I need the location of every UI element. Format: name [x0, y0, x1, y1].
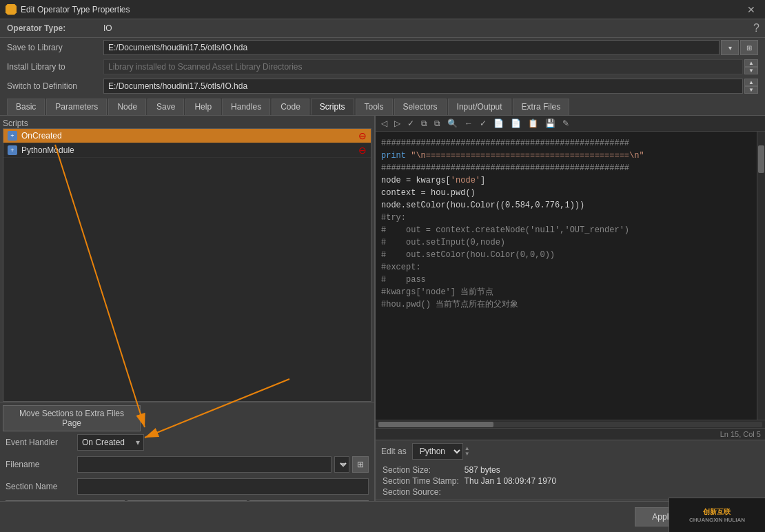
filename-row: Filename ⊞	[3, 453, 371, 475]
scrollbar-thumb	[758, 145, 764, 173]
logo-watermark: 创新互联 CHUANGXIN HULIAN	[669, 498, 765, 532]
switch-definition-down[interactable]: ▼	[744, 86, 758, 94]
commit-button[interactable]: ✓	[405, 117, 417, 130]
section-name-row: Section Name	[3, 475, 371, 498]
nav-back-button[interactable]: ←	[462, 117, 476, 130]
edit-button[interactable]: ✎	[560, 117, 572, 130]
filename-input[interactable]	[77, 456, 332, 473]
scripts-list[interactable]: +OnCreated⊖+PythonModule⊖	[3, 128, 371, 402]
tab-node[interactable]: Node	[108, 99, 146, 115]
switch-definition-row: Switch to Definition ▲ ▼	[0, 76, 765, 96]
right-panel: ◁ ▷ ✓ ⧉ ⧉ 🔍 ← ✓ 📄 📄 📋 💾 ✎ ##############…	[376, 116, 765, 522]
install-library-input	[103, 59, 743, 74]
left-panel: Scripts +OnCreated⊖+PythonModule⊖ Move S…	[0, 116, 376, 522]
script-remove-button[interactable]: ⊖	[358, 145, 367, 155]
size-label: Section Size:	[382, 465, 459, 475]
help-button[interactable]: ?	[753, 22, 759, 34]
save-to-library-browse[interactable]: ▾	[721, 40, 739, 55]
script-icon: +	[8, 145, 17, 155]
tab-extra files[interactable]: Extra Files	[513, 99, 570, 115]
tab-scripts[interactable]: Scripts	[311, 99, 354, 115]
copy-button[interactable]: ⧉	[418, 117, 430, 130]
code-editor[interactable]: ########################################…	[376, 132, 757, 420]
install-library-row: Install Library to ▲ ▼	[0, 57, 765, 76]
scrollbar-track	[378, 422, 762, 427]
search-button[interactable]: 🔍	[445, 117, 460, 130]
titlebar: Edit Operator Type Properties ✕	[0, 0, 765, 19]
paste-button[interactable]: ⧉	[431, 117, 443, 130]
tab-handles[interactable]: Handles	[222, 99, 270, 115]
save-to-library-row: Save to Library ▾ ⊞	[0, 38, 765, 57]
event-handler-row: Event Handler On Created On Loaded On Up…	[3, 431, 371, 453]
tab-save[interactable]: Save	[147, 99, 184, 115]
operator-type-value: IO	[103, 23, 112, 33]
script-item-oncreated[interactable]: +OnCreated⊖	[3, 129, 371, 143]
install-library-arrows: ▲ ▼	[744, 59, 758, 74]
filename-select[interactable]	[334, 456, 349, 473]
script-name: OnCreated	[21, 131, 356, 141]
filename-label: Filename	[6, 460, 74, 469]
install-library-down[interactable]: ▼	[744, 67, 758, 74]
redo-button[interactable]: ▷	[391, 117, 403, 130]
tab-basic[interactable]: Basic	[7, 99, 45, 115]
operator-type-row: Operator Type: IO ?	[0, 19, 765, 38]
save-to-library-label: Save to Library	[7, 43, 103, 52]
script-remove-button[interactable]: ⊖	[358, 131, 367, 141]
vertical-scrollbar[interactable]	[757, 132, 765, 420]
source-value	[465, 487, 758, 497]
timestamp-value: Thu Jan 1 08:09:47 1970	[465, 476, 758, 486]
edit-as-row: Edit as Python VEX HScript ▲ ▼	[376, 440, 765, 462]
section-name-label: Section Name	[6, 482, 74, 491]
section-info-grid: Section Size: 587 bytes Section Time Sta…	[376, 462, 765, 500]
edit-as-down-arrow[interactable]: ▼	[465, 451, 470, 457]
tab-input-output[interactable]: Input/Output	[448, 99, 511, 115]
script-icon: +	[8, 131, 17, 141]
tab-parameters[interactable]: Parameters	[46, 99, 107, 115]
switch-definition-input[interactable]	[103, 79, 743, 94]
save-button[interactable]: 💾	[542, 117, 558, 130]
install-library-label: Install Library to	[7, 62, 103, 72]
size-value: 587 bytes	[465, 465, 758, 475]
horizontal-scrollbar[interactable]	[376, 420, 765, 428]
script-name: PythonModule	[21, 145, 356, 155]
tab-selectors[interactable]: Selectors	[394, 99, 447, 115]
undo-button[interactable]: ◁	[378, 117, 390, 130]
footer: Apply Discard 创新互联 CHUANGXIN HULIAN	[0, 501, 765, 532]
tab-tools[interactable]: Tools	[356, 99, 393, 115]
source-label: Section Source:	[382, 487, 459, 497]
close-button[interactable]: ✕	[743, 3, 759, 17]
doc1-button[interactable]: 📄	[491, 117, 507, 130]
switch-definition-arrows: ▲ ▼	[744, 79, 758, 94]
scrollbar-h-thumb	[378, 422, 493, 427]
logo-text: 创新互联	[689, 507, 745, 517]
event-handler-select[interactable]: On Created On Loaded On Updated	[77, 434, 144, 451]
script-item-pythonmodule[interactable]: +PythonModule⊖	[3, 143, 371, 158]
save-to-library-input[interactable]	[103, 40, 720, 55]
edit-as-select-wrapper[interactable]: Python VEX HScript ▲ ▼	[412, 443, 470, 460]
save-to-library-action[interactable]: ⊞	[740, 40, 758, 55]
switch-definition-up[interactable]: ▲	[744, 79, 758, 86]
timestamp-label: Section Time Stamp:	[382, 476, 459, 486]
editor-toolbar: ◁ ▷ ✓ ⧉ ⧉ 🔍 ← ✓ 📄 📄 📋 💾 ✎	[376, 116, 765, 132]
edit-as-label: Edit as	[381, 447, 407, 456]
clip-button[interactable]: 📋	[525, 117, 541, 130]
tab-code[interactable]: Code	[272, 99, 309, 115]
move-sections-button[interactable]: Move Sections to Extra Files Page	[3, 405, 141, 431]
editor-statusbar: Ln 15, Col 5	[376, 428, 765, 440]
logo-subtext: CHUANGXIN HULIAN	[689, 517, 745, 523]
tabs-bar: BasicParametersNodeSaveHelpHandlesCodeSc…	[0, 96, 765, 116]
filename-browse-button[interactable]: ⊞	[352, 456, 369, 473]
operator-type-label: Operator Type:	[7, 23, 103, 33]
split-area: Scripts +OnCreated⊖+PythonModule⊖ Move S…	[0, 116, 765, 522]
apply-button[interactable]: ✓	[477, 117, 489, 130]
event-handler-label: Event Handler	[6, 438, 74, 447]
section-name-input[interactable]	[77, 478, 369, 495]
edit-as-arrows: ▲ ▼	[465, 446, 470, 457]
edit-as-select[interactable]: Python VEX HScript	[412, 443, 463, 460]
tab-help[interactable]: Help	[185, 99, 221, 115]
install-library-up[interactable]: ▲	[744, 59, 758, 67]
doc2-button[interactable]: 📄	[508, 117, 524, 130]
event-handler-select-wrapper[interactable]: On Created On Loaded On Updated	[77, 434, 144, 451]
code-area-container: ########################################…	[376, 132, 765, 420]
switch-definition-label: Switch to Definition	[7, 81, 103, 91]
